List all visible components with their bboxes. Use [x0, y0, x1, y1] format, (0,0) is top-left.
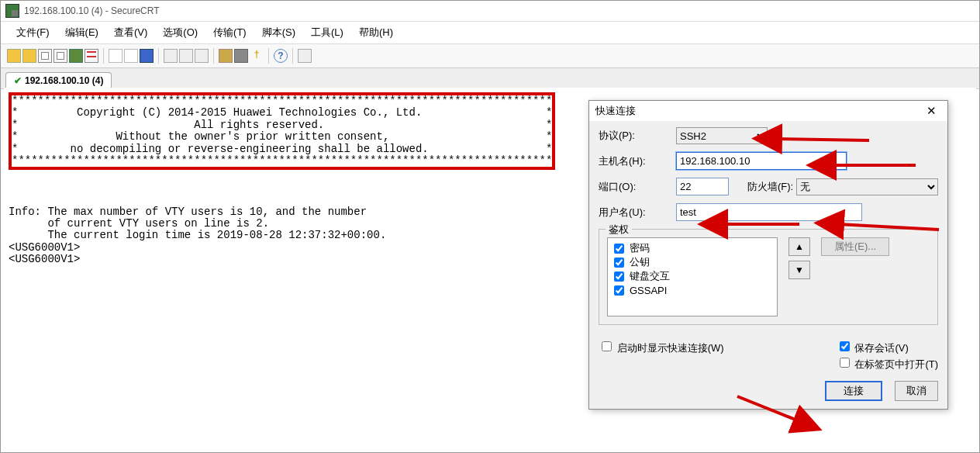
protocol-label: 协议(P): — [599, 129, 676, 143]
titlebar: 192.168.100.10 (4) - SecureCRT — [1, 1, 979, 22]
settings-icon[interactable] — [234, 49, 248, 63]
auth-password-check[interactable] — [614, 244, 624, 254]
session-tab[interactable]: ✔ 192.168.100.10 (4) — [5, 72, 112, 88]
port-input[interactable] — [676, 178, 729, 195]
menu-help[interactable]: 帮助(H) — [351, 23, 401, 42]
menu-edit[interactable]: 编辑(E) — [57, 23, 106, 42]
hostname-input[interactable] — [676, 152, 847, 170]
close-icon[interactable]: ✕ — [922, 104, 941, 118]
toolbar-icon[interactable] — [69, 49, 83, 63]
banner-highlight: ****************************************… — [9, 92, 555, 170]
cancel-button[interactable]: 取消 — [895, 381, 938, 401]
quick-connect-dialog: 快速连接 ✕ 协议(P): SSH2 主机名(H): 端口(O): 防火墙(F)… — [588, 100, 948, 410]
auth-publickey-check[interactable] — [614, 258, 624, 268]
firewall-label: 防火墙(F): — [747, 180, 793, 194]
auth-legend: 鉴权 — [606, 223, 632, 237]
window-title: 192.168.100.10 (4) - SecureCRT — [24, 5, 160, 16]
save-session-check[interactable] — [840, 341, 850, 351]
startup-check-label[interactable]: 启动时显示快速连接(W) — [599, 339, 724, 372]
menu-transfer[interactable]: 传输(T) — [205, 23, 254, 42]
properties-button[interactable]: 属性(E)... — [821, 237, 889, 256]
username-input[interactable] — [676, 203, 862, 221]
protocol-select[interactable]: SSH2 — [676, 127, 768, 144]
toolbar-icon[interactable] — [179, 49, 193, 63]
toolbar-icon[interactable] — [85, 49, 98, 63]
toolbar-icon[interactable] — [195, 49, 209, 63]
toolbar: † ? — [1, 43, 979, 68]
open-tab-label[interactable]: 在标签页中打开(T) — [837, 358, 938, 370]
toolbar-icon[interactable] — [164, 49, 178, 63]
toolbar-icon[interactable] — [219, 49, 233, 63]
app-window: 192.168.100.10 (4) - SecureCRT 文件(F) 编辑(… — [0, 0, 980, 453]
firewall-select[interactable]: 无 — [796, 178, 938, 195]
dialog-title: 快速连接 — [595, 104, 636, 118]
open-tab-check[interactable] — [840, 358, 850, 368]
username-label: 用户名(U): — [599, 206, 676, 220]
move-up-button[interactable]: ▲ — [788, 237, 810, 256]
help-icon[interactable]: ? — [274, 49, 288, 63]
app-icon — [5, 4, 19, 18]
auth-list[interactable]: 密码 公钥 键盘交互 GSSAPI — [607, 237, 778, 316]
auth-group: 鉴权 密码 公钥 键盘交互 GSSAPI ▲ ▼ 属性(E)... — [599, 229, 938, 325]
toolbar-icon[interactable] — [7, 49, 21, 63]
toolbar-icon[interactable] — [298, 49, 312, 63]
tab-label: 192.168.100.10 (4) — [25, 75, 103, 86]
save-session-label[interactable]: 保存会话(V) — [837, 342, 909, 354]
toolbar-icon[interactable] — [53, 49, 67, 63]
menu-file[interactable]: 文件(F) — [9, 23, 57, 42]
startup-check[interactable] — [602, 341, 612, 351]
auth-kbd-check[interactable] — [614, 271, 624, 282]
host-label: 主机名(H): — [599, 154, 676, 168]
dialog-titlebar: 快速连接 ✕ — [589, 101, 947, 121]
find-icon[interactable] — [140, 49, 154, 63]
connect-button[interactable]: 连接 — [825, 381, 882, 401]
check-icon: ✔ — [14, 75, 22, 86]
tabstrip: ✔ 192.168.100.10 (4) — [1, 68, 979, 89]
auth-gssapi-check[interactable] — [614, 285, 624, 296]
key-icon[interactable]: † — [250, 49, 264, 63]
port-label: 端口(O): — [599, 180, 676, 194]
toolbar-icon[interactable] — [109, 49, 122, 63]
menu-view[interactable]: 查看(V) — [106, 23, 155, 42]
menu-options[interactable]: 选项(O) — [155, 23, 205, 42]
menubar: 文件(F) 编辑(E) 查看(V) 选项(O) 传输(T) 脚本(S) 工具(L… — [1, 22, 979, 43]
toolbar-icon[interactable] — [124, 49, 138, 63]
toolbar-icon[interactable] — [22, 49, 36, 63]
menu-script[interactable]: 脚本(S) — [254, 23, 303, 42]
move-down-button[interactable]: ▼ — [788, 261, 810, 279]
menu-tools[interactable]: 工具(L) — [303, 23, 351, 42]
